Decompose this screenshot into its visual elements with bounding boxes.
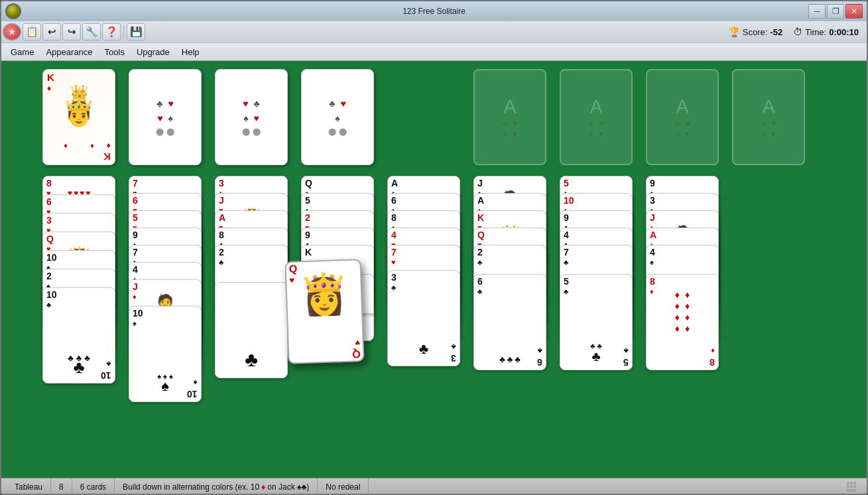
tableau-col-6[interactable]: J♠ 🤵 A♠ K♥ 👑 Q♥ 2♣ 6♣ 6♣ — [473, 176, 546, 441]
stock-pile-3[interactable]: ♥♣ ♠♥ ⬤ ⬤ — [215, 69, 288, 165]
status-rule: Build down in alternating colors (ex. 10… — [115, 478, 318, 495]
menu-appearance[interactable]: Appearance — [40, 46, 97, 58]
foundation-1[interactable]: A ♣♥ ♠♦ — [473, 69, 546, 165]
tableau-col-8[interactable]: 9♠ 3♠ J♦ 🤵 A♦ 4♠ 8♦ 8♦ — [646, 176, 719, 455]
toolbar: ★ 📋 ↩ ↪ 🔧 ❓ 💾 🏆 Score: -52 ⏱ Time: 0:00:… — [1, 21, 867, 42]
menu-tools[interactable]: Tools — [99, 46, 130, 58]
menu-upgrade[interactable]: Upgrade — [131, 46, 175, 58]
foundation-2[interactable]: A ♣♥ ♠♦ — [560, 69, 633, 165]
time-display: ⏱ Time: 0:00:10 — [793, 27, 859, 37]
tableau-col-5[interactable]: A♠ 6♠ 8♠ 4♥ 7♥ 3♣ 3♣ ♣ — [387, 176, 460, 428]
status-bar: Tableau 8 6 cards Build down in alternat… — [1, 478, 867, 495]
time-value: 0:00:10 — [829, 27, 859, 37]
toolbar-open-icon[interactable]: 📋 — [23, 23, 41, 40]
time-label: Time: — [805, 27, 826, 37]
status-game-type: Tableau — [7, 478, 51, 495]
toolbar-separator — [123, 25, 124, 38]
menu-game[interactable]: Game — [5, 46, 39, 58]
status-columns: 8 — [51, 478, 72, 495]
menubar: Game Appearance Tools Upgrade Help — [1, 42, 867, 61]
tableau-col-7[interactable]: 5♦ 10♦ 9♣ 4♣ 7♣ 5♣ 5♣ ♣ — [560, 176, 633, 441]
toolbar-help-icon[interactable]: ❓ — [102, 23, 121, 40]
toolbar-redo-icon[interactable]: ↪ — [62, 23, 81, 40]
app-window: 123 Free Solitaire ─ ❐ ✕ ★ 📋 ↩ ↪ 🔧 ❓ 💾 🏆… — [0, 0, 868, 495]
status-rule-text2: on Jack ♠♣) — [267, 482, 309, 492]
tableau-col-3[interactable]: 3♦ J♥ 👸 A♥ 8♣ 2♣ ♣ — [215, 176, 288, 441]
toolbar-undo-icon[interactable]: ↩ — [42, 23, 61, 40]
window-title: 123 Free Solitaire — [403, 7, 465, 16]
tableau-col-2[interactable]: 7♥ 6♥ 5♥ 9♠ 7♠ 4♠ J♦ � — [129, 176, 202, 461]
toolbar-new-icon[interactable]: ★ — [3, 23, 21, 40]
stock-pile-2[interactable]: ♣♥ ♥♠ ⬤ ⬤ — [129, 69, 202, 165]
window-controls: ─ ❐ ✕ — [808, 4, 863, 19]
status-grip — [847, 482, 861, 492]
restore-button[interactable]: ❐ — [827, 4, 844, 19]
status-rule-text: Build down in alternating colors (ex. 10 — [123, 482, 259, 492]
foundation-3[interactable]: A ♣♥ ♠♦ — [646, 69, 719, 165]
dragged-card-queen-hearts[interactable]: Q♥ 👸 Q♥ — [284, 259, 364, 364]
foundation-4[interactable]: A ♣♥ ♠♦ — [732, 69, 805, 165]
status-redeal: No redeal — [318, 478, 369, 495]
status-cards: 6 cards — [72, 478, 115, 495]
game-area[interactable]: K♦ 👑 🤴 — [1, 61, 868, 478]
toolbar-extra-icon[interactable]: 💾 — [127, 23, 145, 40]
tableau-col-1[interactable]: 8♥ 8♥ ♥♥ ♥♥ 6♥ 6♥ 3♥ Q♥ — [42, 176, 115, 441]
toolbar-settings-icon[interactable]: 🔧 — [82, 23, 101, 40]
app-logo-icon — [5, 3, 21, 19]
title-bar: 123 Free Solitaire ─ ❐ ✕ — [1, 1, 867, 21]
score-icon: 🏆 — [729, 27, 740, 37]
clock-icon: ⏱ — [793, 27, 802, 37]
close-button[interactable]: ✕ — [845, 4, 863, 19]
score-display: 🏆 Score: -52 — [729, 27, 782, 37]
score-value: -52 — [770, 27, 782, 37]
title-bar-left — [5, 3, 21, 19]
stock-pile-4[interactable]: ♣♥ ♠ ⬤ ⬤ — [301, 69, 374, 165]
score-time-bar: 🏆 Score: -52 ⏱ Time: 0:00:10 — [729, 27, 865, 37]
menu-help[interactable]: Help — [176, 46, 205, 58]
status-suit-red: ♦ — [261, 482, 265, 492]
minimize-button[interactable]: ─ — [808, 4, 826, 19]
score-label: Score: — [743, 27, 768, 37]
